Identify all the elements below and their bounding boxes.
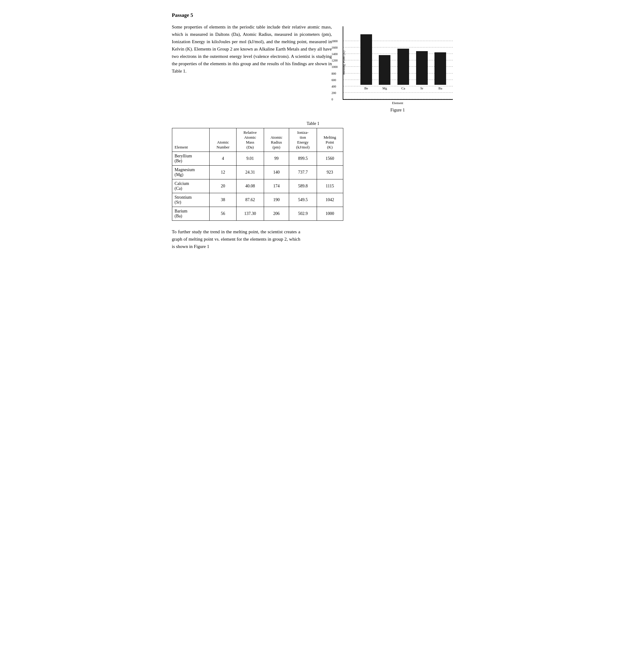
table-cell: Beryllium(Be) [172, 152, 209, 166]
bar-ca [397, 49, 409, 85]
table-header: AtomicNumber [209, 128, 236, 152]
figure-section: Melting Point (K) 0200400600800100012001… [341, 23, 454, 113]
table-cell: 589.8 [289, 179, 317, 193]
table-cell: 1115 [317, 179, 343, 193]
table-row: Strontium(Sr)3887.62190549.51042 [172, 193, 343, 207]
table-cell: 1042 [317, 193, 343, 207]
table-cell: 206 [264, 207, 289, 221]
table-cell: 923 [317, 166, 343, 179]
chart-bars: BeMgCaSrBa [357, 29, 450, 90]
table-cell: 38 [209, 193, 236, 207]
y-tick-label: 400 [332, 85, 336, 88]
table-cell: Barium(Ba) [172, 207, 209, 221]
y-tick-label: 0 [332, 98, 333, 101]
table-header: MeltingPoint(K) [317, 128, 343, 152]
table-cell: 12 [209, 166, 236, 179]
y-tick-label: 800 [332, 72, 336, 75]
table-header: Element [172, 128, 209, 152]
y-tick-label: 1000 [332, 65, 338, 69]
table-header: Ioniza-tionEnergy(kJ/mol) [289, 128, 317, 152]
table-cell: 899.5 [289, 152, 317, 166]
y-tick-label: 1600 [332, 46, 338, 49]
table-cell: 40.08 [236, 179, 264, 193]
bottom-text: To further study the trend in the meltin… [172, 228, 300, 250]
bar-group: Sr [416, 51, 428, 90]
bar-group: Mg [379, 55, 391, 90]
table-cell: 137.30 [236, 207, 264, 221]
table-cell: 1560 [317, 152, 343, 166]
bar-ba [434, 52, 446, 85]
table-cell: 9.01 [236, 152, 264, 166]
bar-label: Be [365, 86, 368, 90]
bar-group: Ca [397, 49, 409, 90]
table-cell: Calcium(Ca) [172, 179, 209, 193]
figure-caption: Figure 1 [391, 108, 405, 113]
bar-label: Ba [439, 86, 442, 90]
x-axis-label: Element [392, 101, 403, 105]
table-cell: 190 [264, 193, 289, 207]
table-cell: 56 [209, 207, 236, 221]
y-tick-label: 1800 [332, 40, 338, 43]
table-row: Magnesium(Mg)1224.31140737.7923 [172, 166, 343, 179]
bar-label: Sr [420, 86, 423, 90]
table-cell: 87.62 [236, 193, 264, 207]
table-header: RelativeAtomicMass(Da) [236, 128, 264, 152]
y-tick-label: 1200 [332, 59, 338, 62]
table-cell: 24.31 [236, 166, 264, 179]
y-tick-label: 1400 [332, 52, 338, 56]
table-wrapper: Table 1 ElementAtomicNumberRelativeAtomi… [172, 121, 454, 221]
table-cell: 737.7 [289, 166, 317, 179]
y-tick-label: 600 [332, 78, 336, 81]
table-header: AtomicRadius(pm) [264, 128, 289, 152]
table-cell: 4 [209, 152, 236, 166]
y-axis-label: Melting Point (K) [342, 51, 346, 75]
bar-mg [379, 55, 391, 85]
table-row: Barium(Ba)56137.30206502.91000 [172, 207, 343, 221]
bar-label: Ca [401, 86, 405, 90]
passage-title: Passage 5 [172, 12, 454, 18]
bar-be [360, 34, 372, 85]
table-cell: Magnesium(Mg) [172, 166, 209, 179]
table-cell: 174 [264, 179, 289, 193]
bar-label: Mg [382, 86, 387, 90]
y-tick-label: 200 [332, 91, 336, 94]
table-cell: 140 [264, 166, 289, 179]
table-cell: 502.9 [289, 207, 317, 221]
chart: Melting Point (K) 0200400600800100012001… [343, 26, 453, 100]
table-cell: 1000 [317, 207, 343, 221]
data-table: ElementAtomicNumberRelativeAtomicMass(Da… [172, 128, 343, 221]
table-cell: 20 [209, 179, 236, 193]
table-row: Beryllium(Be)49.0199899.51560 [172, 152, 343, 166]
bar-sr [416, 51, 428, 85]
bar-group: Ba [434, 52, 446, 90]
table-row: Calcium(Ca)2040.08174589.81115 [172, 179, 343, 193]
table-cell: 99 [264, 152, 289, 166]
table-cell: 549.5 [289, 193, 317, 207]
bar-group: Be [360, 34, 372, 90]
table-title: Table 1 [172, 121, 454, 126]
table-cell: Strontium(Sr) [172, 193, 209, 207]
passage-text: Some properties of elements in the perio… [172, 23, 332, 75]
